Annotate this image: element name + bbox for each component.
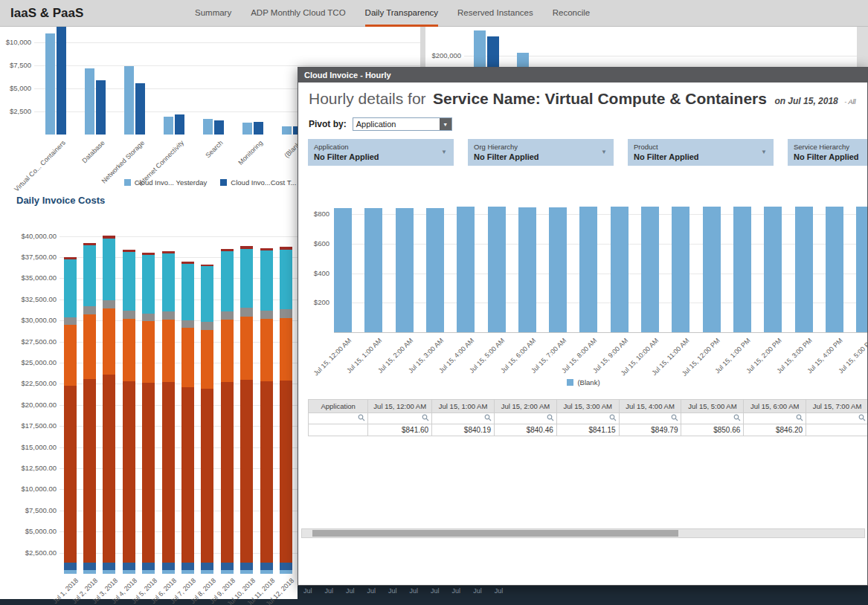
bar-cloud-invo-yesterday[interactable]: [85, 68, 94, 135]
bar-segment-redcap[interactable]: [64, 257, 77, 259]
bar-segment-gray[interactable]: [162, 311, 175, 320]
bar-darkblue-series[interactable]: [487, 36, 499, 67]
bar-segment-navy[interactable]: [64, 563, 77, 570]
bar-blank[interactable]: [426, 208, 444, 332]
bar-blank[interactable]: [457, 207, 475, 332]
bar-segment-lightblue[interactable]: [123, 570, 135, 574]
search-icon[interactable]: [484, 414, 492, 421]
table-header-cell[interactable]: Jul 15, 12:00 AM: [368, 400, 432, 413]
bar-segment-orange[interactable]: [240, 317, 253, 380]
bar-cloud-invo-cost-t[interactable]: [96, 80, 106, 135]
column-filter-cell[interactable]: [619, 413, 681, 424]
table-header-cell[interactable]: Jul 15, 4:00 AM: [619, 400, 681, 413]
bar-segment-navy[interactable]: [240, 563, 253, 570]
bar-segment-redcap[interactable]: [103, 236, 115, 239]
bar-segment-rust[interactable]: [280, 381, 292, 563]
search-icon[interactable]: [422, 414, 429, 421]
bar-blank[interactable]: [795, 207, 813, 332]
bar-segment-gray[interactable]: [142, 314, 155, 322]
bar-cloud-invo-yesterday[interactable]: [203, 119, 213, 135]
bar-cloud-invo-yesterday[interactable]: [124, 66, 134, 135]
bar-segment-orange[interactable]: [162, 320, 175, 382]
legend-item[interactable]: Cloud Invo... Yesterday: [124, 178, 208, 187]
bar-segment-redcap[interactable]: [280, 247, 292, 249]
horizontal-scrollbar[interactable]: [301, 528, 865, 538]
bar-segment-navy[interactable]: [123, 563, 135, 570]
bar-segment-orange[interactable]: [123, 319, 135, 381]
bar-segment-rust[interactable]: [123, 381, 135, 563]
bar-blank[interactable]: [579, 207, 597, 332]
bar-segment-teal[interactable]: [201, 266, 213, 322]
bar-segment-orange[interactable]: [64, 325, 77, 386]
bar-cloud-invo-cost-t[interactable]: [214, 120, 224, 135]
bar-blank[interactable]: [826, 207, 843, 332]
table-header-cell[interactable]: Jul 15, 6:00 AM: [744, 400, 806, 413]
bar-segment-teal[interactable]: [240, 249, 253, 308]
bar-segment-teal[interactable]: [142, 255, 155, 313]
search-icon[interactable]: [796, 414, 803, 421]
bar-segment-redcap[interactable]: [162, 251, 175, 253]
bar-segment-orange[interactable]: [142, 321, 155, 383]
bar-blank[interactable]: [764, 207, 782, 332]
table-header-cell[interactable]: Jul 15, 7:00 AM: [806, 400, 868, 413]
bar-segment-redcap[interactable]: [260, 248, 273, 250]
bar-cloud-invo-yesterday[interactable]: [164, 117, 173, 135]
bar-segment-lightblue[interactable]: [280, 570, 292, 574]
bar-segment-rust[interactable]: [142, 383, 155, 563]
bar-segment-gray[interactable]: [64, 317, 77, 325]
bar-segment-navy[interactable]: [83, 563, 96, 570]
bar-segment-lightblue[interactable]: [201, 570, 213, 574]
bar-cloud-invo-yesterday[interactable]: [45, 33, 55, 135]
bar-segment-navy[interactable]: [142, 563, 155, 570]
search-icon[interactable]: [609, 414, 617, 421]
bar-segment-rust[interactable]: [201, 389, 213, 563]
bar-segment-rust[interactable]: [221, 382, 234, 563]
bar-blank[interactable]: [856, 207, 868, 332]
bar-segment-navy[interactable]: [280, 563, 292, 570]
bar-segment-gray[interactable]: [280, 309, 292, 317]
legend-item[interactable]: Cloud Invo...Cost T...: [220, 178, 296, 187]
bar-blank[interactable]: [611, 207, 629, 332]
bar-segment-navy[interactable]: [221, 563, 234, 570]
column-filter-cell[interactable]: [432, 413, 495, 424]
bar-segment-teal[interactable]: [280, 250, 292, 310]
bar-segment-rust[interactable]: [64, 386, 77, 563]
bar-segment-gray[interactable]: [201, 322, 213, 329]
bar-segment-redcap[interactable]: [181, 262, 194, 264]
table-header-cell[interactable]: Application: [309, 400, 368, 413]
modal-title-bar[interactable]: Cloud Invoice - Hourly: [298, 68, 867, 82]
bar-segment-rust[interactable]: [103, 375, 115, 563]
bar-segment-rust[interactable]: [240, 380, 253, 563]
bar-segment-lightblue[interactable]: [103, 570, 115, 574]
table-header-cell[interactable]: Jul 15, 1:00 AM: [432, 400, 495, 413]
tab-reconcile[interactable]: Reconcile: [553, 0, 591, 27]
search-icon[interactable]: [671, 414, 678, 421]
column-filter-cell[interactable]: [806, 413, 868, 424]
column-filter-cell[interactable]: [368, 413, 432, 424]
column-filter-cell[interactable]: [494, 413, 556, 424]
bar-segment-orange[interactable]: [181, 328, 194, 387]
bar-segment-lightblue[interactable]: [240, 570, 253, 574]
search-icon[interactable]: [358, 414, 365, 421]
bar-cloud-invo-cost-t[interactable]: [175, 114, 184, 135]
bar-lightblue-series[interactable]: [517, 53, 529, 67]
bar-blank[interactable]: [733, 207, 751, 332]
bar-segment-navy[interactable]: [260, 563, 273, 570]
table-header-cell[interactable]: Jul 15, 2:00 AM: [494, 400, 556, 413]
bar-blank[interactable]: [641, 207, 659, 332]
bar-segment-teal[interactable]: [123, 252, 135, 310]
search-icon[interactable]: [858, 414, 866, 421]
bar-blank[interactable]: [672, 207, 689, 332]
bar-segment-teal[interactable]: [181, 264, 194, 320]
bar-lightblue-series[interactable]: [474, 30, 486, 67]
bar-segment-rust[interactable]: [83, 379, 96, 563]
column-filter-cell[interactable]: [556, 413, 619, 424]
bar-segment-rust[interactable]: [162, 382, 175, 563]
bar-segment-gray[interactable]: [123, 311, 135, 319]
bar-segment-lightblue[interactable]: [221, 570, 234, 574]
bar-segment-teal[interactable]: [221, 251, 234, 311]
tab-adp-monthly-cloud-tco[interactable]: ADP Monthly Cloud TCO: [251, 0, 345, 27]
table-header-cell[interactable]: Jul 15, 5:00 AM: [681, 400, 744, 413]
table-header-cell[interactable]: Jul 15, 3:00 AM: [556, 400, 619, 413]
bar-segment-gray[interactable]: [181, 320, 194, 328]
